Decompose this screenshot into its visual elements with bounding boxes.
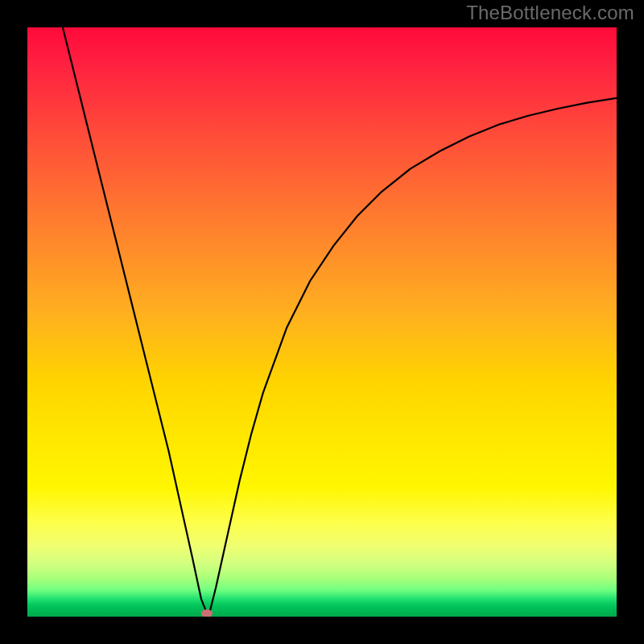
bottleneck-curve: [27, 27, 617, 617]
chart-frame: TheBottleneck.com: [0, 0, 644, 644]
plot-area: [27, 27, 617, 617]
watermark-text: TheBottleneck.com: [466, 2, 634, 24]
minimum-marker: [201, 609, 213, 617]
